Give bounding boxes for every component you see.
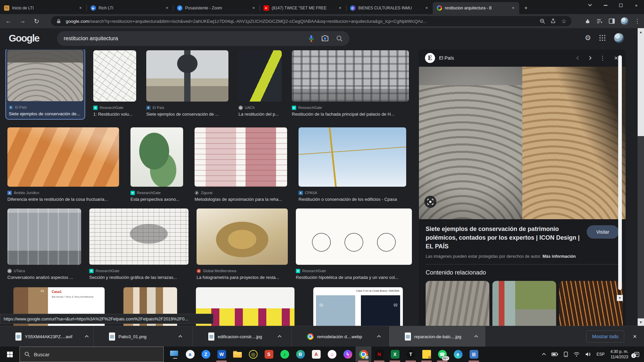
address-bar[interactable]: google.com/search?q=restitucion+arquitec…: [51, 16, 572, 26]
google-apps-grid-icon[interactable]: [599, 35, 606, 41]
search-query[interactable]: restitucion arquitectura: [64, 36, 301, 42]
taskbar-app-file-explorer[interactable]: [229, 347, 245, 362]
image-result[interactable]: UUTalcaConversatorio analizó aspectos ..…: [7, 208, 81, 280]
wifi-icon[interactable]: [574, 352, 580, 357]
share-icon[interactable]: [549, 18, 557, 24]
download-item[interactable]: remodelación d....webp: [291, 326, 389, 347]
notification-center-icon[interactable]: 1: [634, 352, 639, 357]
expand-download-icon[interactable]: [178, 335, 182, 339]
taskbar-app-edge[interactable]: e: [450, 347, 466, 362]
image-result[interactable]: RResearchGateEsta perspectiva axono...: [130, 127, 183, 202]
taskbar-app-word[interactable]: W: [214, 347, 229, 362]
elevation-pink-thumbnail[interactable]: [195, 127, 287, 187]
plan-bw-thumbnail[interactable]: [89, 208, 189, 265]
panel-scroll-down-icon[interactable]: ▼: [617, 295, 623, 301]
menu-kebab-icon[interactable]: ⋮: [634, 18, 641, 25]
image-result[interactable]: RResearchGate1: Restitución volu...: [93, 50, 136, 117]
image-result[interactable]: Casa V en la Costa Brava / MAGMA0102: [313, 287, 403, 326]
image-result[interactable]: GGlobal MediterráneaLa fotogrametría par…: [197, 208, 288, 280]
expand-download-icon[interactable]: [377, 335, 381, 339]
previous-image-icon[interactable]: [576, 56, 580, 60]
lock-icon[interactable]: [55, 19, 62, 23]
reload-button[interactable]: ↻: [31, 15, 42, 27]
theatre-bw-thumbnail[interactable]: [7, 50, 83, 101]
taskbar-app-bluestacks[interactable]: B: [292, 347, 308, 362]
crane-sky-thumbnail[interactable]: [299, 127, 406, 187]
browser-tab[interactable]: ▶(8147) TWICE "SET ME FREE×: [260, 2, 346, 14]
image-result[interactable]: ACPASARestitución o conservación de los …: [299, 127, 406, 202]
image-result[interactable]: ZZiguratMetodologías de aproximación par…: [195, 127, 287, 202]
taskbar-app-calculator[interactable]: ⊞: [466, 347, 482, 362]
taskbar-app-tapp[interactable]: T: [403, 347, 419, 362]
panel-source-name[interactable]: El País: [439, 55, 573, 61]
tab-close-icon[interactable]: ×: [511, 5, 516, 11]
taskbar-app-archicad[interactable]: a: [182, 347, 198, 362]
expand-download-icon[interactable]: [278, 335, 281, 339]
panel-scrollbar[interactable]: [618, 55, 622, 290]
taskbar-app-whatsapp[interactable]: ☎99+: [434, 347, 450, 362]
download-item[interactable]: edificacion-constr....jpg: [193, 326, 291, 347]
back-button[interactable]: ←: [3, 15, 14, 27]
card-casav-thumbnail[interactable]: Casa V en la Costa Brava / MAGMA0102: [313, 287, 403, 326]
fresco-thumbnail[interactable]: [197, 208, 288, 265]
taskbar-app-messenger[interactable]: ϟ: [340, 347, 356, 362]
tray-chevron-icon[interactable]: [543, 353, 546, 356]
panel-menu-icon[interactable]: ⋮: [600, 55, 605, 62]
image-result[interactable]: AÁmbito JurídicoDiferencia entre la rest…: [7, 127, 119, 202]
expand-download-icon[interactable]: [85, 335, 89, 339]
related-thumb-wooden-roof[interactable]: [559, 281, 623, 326]
side-panel-icon[interactable]: [608, 18, 615, 24]
tab-close-icon[interactable]: ×: [78, 5, 83, 11]
clock[interactable]: 4:30 p. m. 11/4/2023: [610, 349, 628, 360]
image-result[interactable]: RResearchGateSección y restitución gráfi…: [89, 208, 189, 280]
image-result[interactable]: RResearchGateRestitución de la fachada p…: [292, 50, 409, 117]
taskbar-app-camera-ring[interactable]: ◎: [245, 347, 261, 362]
tab-close-icon[interactable]: ×: [337, 5, 343, 11]
terrain-green-thumbnail[interactable]: [130, 127, 183, 187]
building-green-thumbnail[interactable]: [238, 50, 282, 102]
taskbar-app-chrome[interactable]: [356, 347, 371, 362]
search-box[interactable]: restitucion arquitectura: [57, 31, 350, 46]
preview-image-bw-theatre[interactable]: [419, 67, 522, 219]
tab-search-icon[interactable]: [582, 0, 598, 11]
columns-photo-thumbnail[interactable]: [146, 50, 228, 102]
taskbar-app-desktop[interactable]: [166, 347, 182, 362]
forward-button[interactable]: →: [17, 15, 28, 27]
image-result[interactable]: RResearchGateRestitución hipotética de u…: [296, 208, 412, 280]
new-tab-button[interactable]: +: [521, 3, 531, 13]
taskbar-app-spotify[interactable]: ♪: [277, 347, 292, 362]
reading-list-icon[interactable]: [596, 18, 603, 24]
browser-tab[interactable]: restitucion arquitectura - B×: [433, 2, 519, 14]
taskbar-app-netflix[interactable]: N: [371, 347, 387, 362]
image-result[interactable]: EEl PaísSiete ejemplos de conservación d…: [146, 50, 228, 117]
download-item[interactable]: reparacion-de-balc....jpg: [389, 326, 485, 347]
browser-tab[interactable]: ✎Inicio de LTI×: [0, 2, 87, 14]
lens-camera-icon[interactable]: [321, 35, 329, 42]
download-item[interactable]: YS5XM44AK23PZ....avif: [0, 326, 94, 347]
language-indicator[interactable]: ESP: [597, 352, 605, 357]
tab-close-icon[interactable]: ×: [164, 5, 170, 11]
profile-avatar[interactable]: [621, 17, 629, 25]
extensions-puzzle-icon[interactable]: [584, 18, 591, 24]
volume-icon[interactable]: [585, 352, 591, 357]
start-button[interactable]: [0, 347, 19, 362]
minimize-button[interactable]: [598, 0, 613, 11]
search-magnifier-icon[interactable]: [336, 35, 343, 42]
taskbar-app-excel[interactable]: X: [387, 347, 403, 362]
phone-link-icon[interactable]: [564, 352, 568, 357]
image-result[interactable]: EEl PaísSiete ejemplos de conservación d…: [5, 49, 85, 120]
taskbar-search-box[interactable]: Buscar: [19, 347, 164, 362]
google-lens-button[interactable]: [424, 196, 436, 208]
taskbar-app-sketchup[interactable]: S: [261, 347, 277, 362]
scrollbar-thumb[interactable]: [638, 36, 644, 136]
scroll-up-icon[interactable]: ▲: [638, 28, 644, 36]
close-window-button[interactable]: ×: [629, 0, 644, 11]
close-download-bar-icon[interactable]: ×: [633, 333, 637, 340]
settings-gear-icon[interactable]: ⚙: [585, 34, 591, 42]
taskbar-app-itunes[interactable]: ♫: [324, 347, 340, 362]
google-logo[interactable]: Google: [9, 33, 39, 44]
scroll-down-icon[interactable]: ▼: [638, 318, 644, 326]
facade-gray-thumbnail[interactable]: [292, 50, 409, 102]
tab-close-icon[interactable]: ×: [424, 5, 429, 11]
bookmark-star-icon[interactable]: ☆: [560, 18, 568, 25]
